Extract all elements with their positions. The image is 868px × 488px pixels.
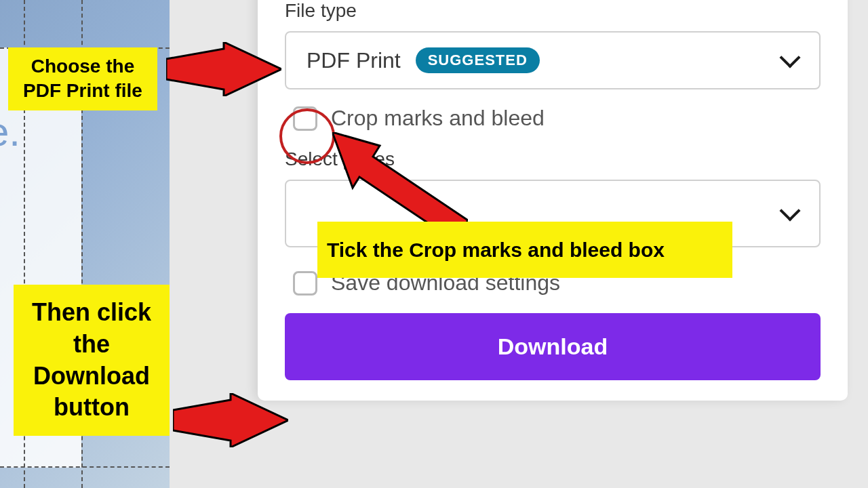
annotation-circle bbox=[279, 108, 335, 164]
svg-marker-0 bbox=[166, 42, 281, 96]
annotation-callout-crop: Tick the Crop marks and bleed box bbox=[317, 222, 732, 278]
canvas-sample-text: e. bbox=[0, 108, 20, 155]
chevron-down-icon bbox=[781, 205, 799, 222]
annotation-arrow bbox=[173, 393, 288, 447]
svg-marker-2 bbox=[173, 393, 288, 447]
annotation-callout-pdf: Choose the PDF Print file bbox=[8, 47, 157, 110]
download-button[interactable]: Download bbox=[285, 313, 821, 380]
crop-marks-row[interactable]: Crop marks and bleed bbox=[293, 106, 821, 131]
file-type-value: PDF Print bbox=[307, 48, 401, 73]
chevron-down-icon bbox=[781, 52, 799, 69]
canvas-guide-line bbox=[0, 466, 170, 468]
crop-marks-label: Crop marks and bleed bbox=[331, 106, 545, 131]
annotation-callout-download: Then click the Download button bbox=[14, 285, 170, 436]
annotation-arrow bbox=[166, 42, 281, 96]
save-settings-checkbox[interactable] bbox=[293, 271, 317, 296]
file-type-dropdown[interactable]: PDF Print SUGGESTED bbox=[285, 31, 821, 89]
file-type-label: File type bbox=[285, 0, 821, 22]
suggested-badge: SUGGESTED bbox=[416, 47, 540, 73]
